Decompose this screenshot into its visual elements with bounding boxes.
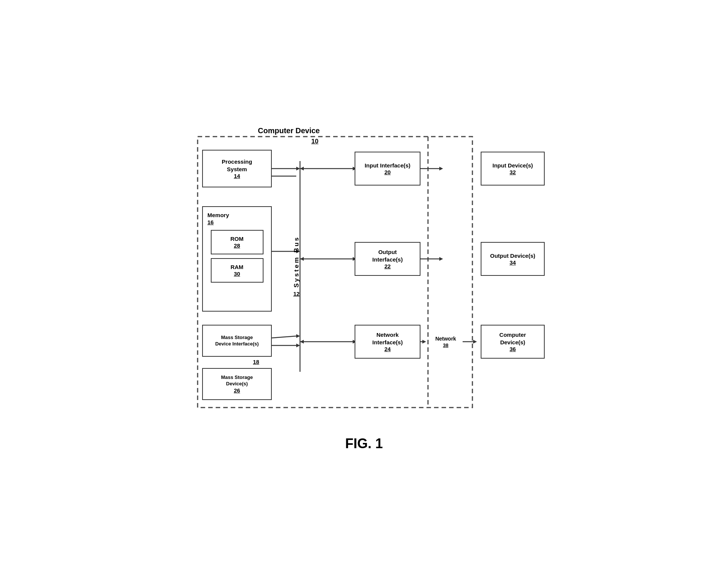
network-num: 38 xyxy=(443,342,448,348)
svg-marker-30 xyxy=(422,340,426,344)
output-interface-label: OutputInterface(s) xyxy=(372,248,403,263)
processing-system-box: ProcessingSystem 14 xyxy=(202,150,272,187)
svg-marker-27 xyxy=(439,257,443,261)
diagram-wrapper: Processing System Computer Device 10 Pro… xyxy=(183,123,545,452)
input-interface-num: 20 xyxy=(384,169,391,175)
ram-box: RAM 30 xyxy=(211,258,263,283)
computer-device-right-num: 36 xyxy=(510,346,516,352)
mass-storage-device-label: Mass StorageDevice(s) xyxy=(221,374,253,387)
network-label-box: Network 38 xyxy=(429,330,463,353)
output-interface-box: OutputInterface(s) 22 xyxy=(355,242,420,276)
mass-storage-device-box: Mass StorageDevice(s) 26 xyxy=(202,368,272,400)
input-device-label: Input Device(s) xyxy=(492,162,533,169)
rom-label: ROM xyxy=(230,235,244,243)
network-label: Network xyxy=(435,335,456,342)
memory-label: Memory xyxy=(207,211,229,219)
output-interface-num: 22 xyxy=(384,263,391,269)
output-device-label: Output Device(s) xyxy=(490,252,535,260)
diagram-container: Processing System Computer Device 10 Pro… xyxy=(195,123,533,417)
input-interface-label: Input Interface(s) xyxy=(365,162,411,169)
computer-device-number: 10 xyxy=(311,138,318,145)
mass-storage-interface-box: Mass StorageDevice Interface(s) xyxy=(202,325,272,357)
memory-outer-box: Memory 16 ROM 28 RAM 30 xyxy=(202,206,272,312)
fig-caption: FIG. 1 xyxy=(345,436,383,452)
input-interface-box: Input Interface(s) 20 xyxy=(355,152,420,186)
network-interface-label: NetworkInterface(s) xyxy=(372,331,403,346)
computer-device-right-box: ComputerDevice(s) 36 xyxy=(481,325,545,359)
input-device-num: 32 xyxy=(510,169,516,175)
computer-device-right-label: ComputerDevice(s) xyxy=(500,331,526,346)
memory-num: 16 xyxy=(207,219,214,225)
input-device-box: Input Device(s) 32 xyxy=(481,152,545,186)
network-interface-box: NetworkInterface(s) 24 xyxy=(355,325,420,359)
network-interface-num: 24 xyxy=(384,346,391,352)
output-device-num: 34 xyxy=(510,259,516,266)
system-bus-num: 12 xyxy=(293,291,300,297)
svg-marker-25 xyxy=(439,167,443,170)
output-device-box: Output Device(s) 34 xyxy=(481,242,545,276)
system-bus-container: System Bus 12 xyxy=(288,154,305,379)
mass-storage-interface-num: 18 xyxy=(253,359,259,365)
mass-storage-device-num: 26 xyxy=(234,387,240,394)
svg-marker-32 xyxy=(473,340,477,344)
rom-num: 28 xyxy=(234,242,240,249)
processing-system-label: ProcessingSystem xyxy=(222,158,252,173)
mass-storage-interface-label: Mass StorageDevice Interface(s) xyxy=(215,335,259,347)
system-bus-label: System Bus xyxy=(292,236,302,288)
rom-box: ROM 28 xyxy=(211,230,263,254)
ram-num: 30 xyxy=(234,271,240,277)
processing-system-num: 14 xyxy=(234,173,240,179)
computer-device-title: Processing System Computer Device xyxy=(255,126,323,135)
ram-label: RAM xyxy=(230,263,243,271)
